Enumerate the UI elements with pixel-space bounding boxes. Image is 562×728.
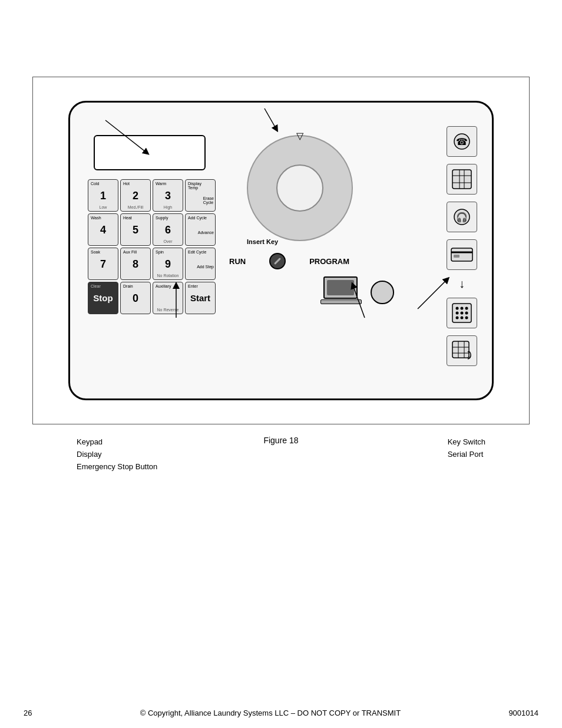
key-3[interactable]: Warm 3 High	[153, 179, 183, 212]
svg-text:☎: ☎	[456, 137, 468, 147]
icon-card	[447, 239, 477, 270]
key-5[interactable]: Heat 5	[120, 213, 151, 246]
key-edit-cycle[interactable]: Edit Cycle Add Step	[185, 248, 216, 280]
footer: 26 © Copyright, Alliance Laundry Systems…	[0, 709, 562, 717]
key-stop[interactable]: Clear Stop	[88, 282, 118, 314]
icon-headphone: 🎧	[447, 202, 477, 232]
figure-caption: Figure 18	[263, 436, 298, 445]
svg-point-19	[456, 317, 459, 319]
svg-line-31	[418, 279, 447, 309]
key-9[interactable]: Spin 9 No Rotation	[153, 248, 183, 280]
icon-grid	[447, 164, 477, 195]
copyright-text: © Copyright, Alliance Laundry Systems LL…	[140, 709, 401, 717]
key-add-cycle[interactable]: Add Cycle Advance	[185, 213, 216, 246]
key-7[interactable]: Soak 7	[88, 248, 118, 280]
serial-area	[323, 276, 394, 304]
svg-rect-11	[454, 255, 459, 258]
svg-point-15	[465, 307, 468, 310]
down-arrow-icon: ↓	[459, 277, 465, 291]
key-display-temp[interactable]: DisplayTemp EraseCycle	[185, 179, 216, 212]
svg-line-28	[265, 108, 276, 129]
key-4[interactable]: Wash 4	[88, 213, 118, 246]
key-start[interactable]: Enter Start	[185, 282, 216, 314]
svg-point-14	[461, 307, 464, 310]
icon-touch-grid	[447, 335, 477, 366]
svg-point-17	[461, 312, 464, 315]
serial-port-symbol	[371, 281, 394, 304]
label-serial-port: Serial Port	[448, 449, 485, 461]
dial-inner	[276, 164, 323, 212]
doc-number: 9001014	[508, 709, 538, 717]
run-program-area: Insert Key RUN PROGRAM	[229, 253, 349, 269]
key-6[interactable]: Supply 6 Over	[153, 213, 183, 246]
keypad: Cold 1 Low Hot 2 Med./Fill Warm 3 High D…	[88, 179, 216, 314]
svg-rect-22	[452, 341, 469, 358]
icon-numpad	[447, 298, 477, 328]
label-emergency-stop: Emergency Stop Button	[77, 461, 157, 473]
dial-area: ▽	[247, 135, 353, 241]
program-label: PROGRAM	[309, 257, 349, 266]
key-1[interactable]: Cold 1 Low	[88, 179, 118, 212]
diagram-container: Cold 1 Low Hot 2 Med./Fill Warm 3 High D…	[32, 77, 530, 424]
control-panel: Cold 1 Low Hot 2 Med./Fill Warm 3 High D…	[68, 101, 494, 400]
svg-point-21	[465, 317, 468, 319]
labels-left: Keypad Display Emergency Stop Button	[77, 436, 157, 473]
right-icons-column: ☎ 🎧	[447, 126, 477, 366]
svg-point-16	[456, 312, 459, 315]
run-label: RUN	[229, 257, 246, 266]
labels-right: Key Switch Serial Port	[448, 436, 485, 473]
insert-key-label: Insert Key	[247, 238, 278, 245]
dial-outer[interactable]: ▽	[247, 135, 353, 241]
laptop-icon	[323, 276, 362, 304]
display-screen	[94, 135, 206, 170]
label-key-switch: Key Switch	[448, 436, 485, 449]
svg-point-20	[461, 317, 464, 319]
key-switch-knob[interactable]	[269, 253, 286, 269]
svg-point-18	[465, 312, 468, 315]
svg-text:🎧: 🎧	[456, 212, 468, 223]
label-display: Display	[77, 449, 157, 461]
svg-rect-2	[452, 170, 471, 189]
key-0[interactable]: Drain 0	[120, 282, 151, 314]
page-number: 26	[24, 709, 32, 717]
key-2[interactable]: Hot 2 Med./Fill	[120, 179, 151, 212]
key-8[interactable]: Aux Fill 8	[120, 248, 151, 280]
key-auxiliary[interactable]: Auxiliary No Reverse	[153, 282, 183, 314]
svg-point-13	[456, 307, 459, 310]
label-keypad: Keypad	[77, 436, 157, 449]
icon-phone: ☎	[447, 126, 477, 157]
dial-notch: ▽	[296, 130, 303, 141]
